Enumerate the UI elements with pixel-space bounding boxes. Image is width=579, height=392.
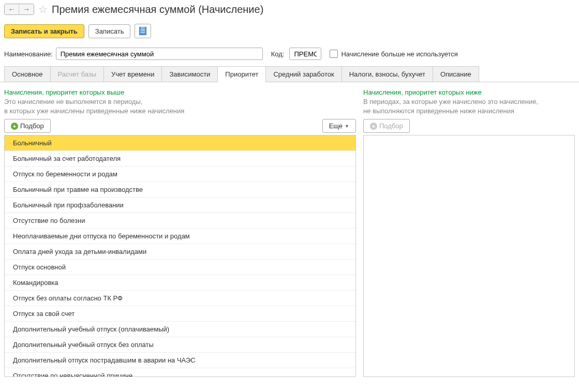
page-title: Премия ежемесячная суммой (Начисление) bbox=[52, 4, 263, 16]
list-item[interactable]: Оплата дней ухода за детьми-инвалидами bbox=[5, 244, 355, 260]
higher-panel-desc: Это начисление не выполняется в периоды,… bbox=[4, 97, 356, 116]
list-item[interactable]: Больничный bbox=[5, 135, 355, 151]
tab-2[interactable]: Учет времени bbox=[103, 66, 162, 82]
chevron-down-icon: ▼ bbox=[345, 124, 349, 129]
name-input[interactable] bbox=[56, 48, 263, 60]
unused-checkbox[interactable] bbox=[330, 50, 338, 58]
name-label: Наименование: bbox=[4, 50, 53, 58]
list-item[interactable]: Больничный при профзаболевании bbox=[5, 198, 355, 213]
pick-lower-button[interactable]: + Подбор bbox=[363, 119, 410, 133]
lower-list[interactable] bbox=[363, 135, 575, 377]
tab-3[interactable]: Зависимости bbox=[161, 66, 218, 82]
list-item[interactable]: Больничный при травме на производстве bbox=[5, 182, 355, 198]
list-item[interactable]: Отпуск за свой счет bbox=[5, 306, 355, 322]
code-label: Код: bbox=[271, 50, 285, 58]
list-item[interactable]: Отпуск без оплаты согласно ТК РФ bbox=[5, 291, 355, 306]
tab-7[interactable]: Описание bbox=[433, 66, 479, 82]
document-button[interactable] bbox=[135, 24, 151, 38]
list-item[interactable]: Отсутствие по болезни bbox=[5, 213, 355, 229]
back-button[interactable]: ← bbox=[5, 4, 19, 14]
tab-0[interactable]: Основное bbox=[4, 66, 51, 82]
tab-4[interactable]: Приоритет bbox=[217, 66, 266, 82]
plus-icon: + bbox=[11, 123, 18, 130]
list-item[interactable]: Отпуск основной bbox=[5, 260, 355, 275]
list-item[interactable]: Дополнительный учебный отпуск (оплачивае… bbox=[5, 322, 355, 337]
more-button[interactable]: Еще ▼ bbox=[322, 119, 356, 133]
list-item[interactable]: Отсутствие по невыясненной причине bbox=[5, 368, 355, 377]
tab-1[interactable]: Расчет базы bbox=[50, 66, 105, 82]
code-input[interactable] bbox=[289, 48, 321, 60]
lower-panel-desc: В периодах, за которые уже начислено это… bbox=[363, 97, 575, 116]
save-close-button[interactable]: Записать и закрыть bbox=[4, 24, 84, 38]
tabs: ОсновноеРасчет базыУчет времениЗависимос… bbox=[0, 66, 579, 82]
lower-panel-title: Начисления, приоритет которых ниже bbox=[363, 88, 575, 96]
list-item[interactable]: Дополнительный учебный отпуск без оплаты bbox=[5, 337, 355, 353]
list-item[interactable]: Отпуск по беременности и родам bbox=[5, 167, 355, 182]
save-button[interactable]: Записать bbox=[88, 24, 131, 38]
list-item[interactable]: Командировка bbox=[5, 275, 355, 291]
higher-list[interactable]: БольничныйБольничный за счет работодател… bbox=[4, 135, 356, 377]
plus-icon: + bbox=[370, 123, 377, 130]
higher-panel-title: Начисления, приоритет которых выше bbox=[4, 88, 356, 96]
forward-button[interactable]: → bbox=[19, 4, 34, 14]
lower-priority-panel: Начисления, приоритет которых ниже В пер… bbox=[363, 88, 575, 377]
list-item[interactable]: Дополнительный отпуск пострадавшим в ава… bbox=[5, 353, 355, 368]
favorite-icon[interactable]: ☆ bbox=[38, 3, 48, 16]
document-icon bbox=[139, 27, 146, 35]
tab-6[interactable]: Налоги, взносы, бухучет bbox=[342, 66, 433, 82]
tab-5[interactable]: Средний заработок bbox=[265, 66, 342, 82]
list-item[interactable]: Больничный за счет работодателя bbox=[5, 151, 355, 167]
higher-priority-panel: Начисления, приоритет которых выше Это н… bbox=[4, 88, 356, 377]
list-item[interactable]: Неоплачиваемые дни отпуска по беременнос… bbox=[5, 229, 355, 244]
pick-higher-button[interactable]: + Подбор bbox=[4, 119, 51, 133]
nav-group: ← → bbox=[4, 4, 34, 15]
unused-label: Начисление больше не используется bbox=[341, 50, 457, 58]
